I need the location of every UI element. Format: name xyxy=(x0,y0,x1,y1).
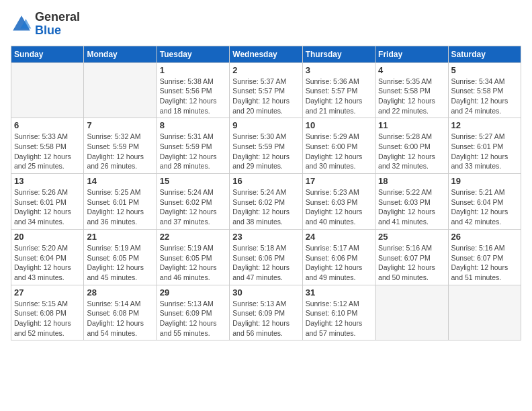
day-number: 25 xyxy=(378,232,445,242)
day-number: 24 xyxy=(306,232,372,242)
day-number: 10 xyxy=(306,120,372,130)
calendar-cell: 17Sunrise: 5:23 AMSunset: 6:03 PMDayligh… xyxy=(302,174,375,230)
day-number: 18 xyxy=(378,176,445,186)
day-info: Sunrise: 5:31 AMSunset: 5:59 PMDaylight:… xyxy=(160,132,226,171)
day-number: 13 xyxy=(14,176,81,186)
calendar-cell: 30Sunrise: 5:13 AMSunset: 6:09 PMDayligh… xyxy=(230,285,302,340)
day-number: 28 xyxy=(87,287,153,298)
calendar-cell: 21Sunrise: 5:19 AMSunset: 6:05 PMDayligh… xyxy=(84,229,157,285)
calendar-cell: 16Sunrise: 5:24 AMSunset: 6:02 PMDayligh… xyxy=(230,174,302,230)
calendar-cell: 11Sunrise: 5:28 AMSunset: 6:00 PMDayligh… xyxy=(375,118,448,174)
day-info: Sunrise: 5:19 AMSunset: 6:05 PMDaylight:… xyxy=(87,243,153,283)
day-info: Sunrise: 5:37 AMSunset: 5:57 PMDaylight:… xyxy=(232,77,299,116)
day-number: 1 xyxy=(160,65,226,75)
calendar-cell: 8Sunrise: 5:31 AMSunset: 5:59 PMDaylight… xyxy=(157,118,229,174)
day-number: 4 xyxy=(378,65,445,75)
day-info: Sunrise: 5:13 AMSunset: 6:09 PMDaylight:… xyxy=(160,299,226,338)
day-info: Sunrise: 5:32 AMSunset: 5:59 PMDaylight:… xyxy=(87,132,153,171)
calendar-cell: 13Sunrise: 5:26 AMSunset: 6:01 PMDayligh… xyxy=(11,174,84,230)
calendar-cell: 25Sunrise: 5:16 AMSunset: 6:07 PMDayligh… xyxy=(375,229,448,285)
day-info: Sunrise: 5:19 AMSunset: 6:05 PMDaylight:… xyxy=(160,243,226,283)
calendar-header-wednesday: Wednesday xyxy=(230,46,302,62)
day-info: Sunrise: 5:16 AMSunset: 6:07 PMDaylight:… xyxy=(451,243,518,283)
calendar-header-friday: Friday xyxy=(375,46,448,62)
day-number: 29 xyxy=(160,287,226,298)
day-info: Sunrise: 5:34 AMSunset: 5:58 PMDaylight:… xyxy=(451,77,518,116)
calendar-cell: 15Sunrise: 5:24 AMSunset: 6:02 PMDayligh… xyxy=(157,174,229,230)
day-number: 9 xyxy=(232,120,299,130)
day-info: Sunrise: 5:38 AMSunset: 5:56 PMDaylight:… xyxy=(160,77,226,116)
calendar-cell: 18Sunrise: 5:22 AMSunset: 6:03 PMDayligh… xyxy=(375,174,448,230)
day-number: 23 xyxy=(232,232,299,242)
day-info: Sunrise: 5:28 AMSunset: 6:00 PMDaylight:… xyxy=(378,132,445,171)
calendar-cell: 12Sunrise: 5:27 AMSunset: 6:01 PMDayligh… xyxy=(448,118,521,174)
day-info: Sunrise: 5:23 AMSunset: 6:03 PMDaylight:… xyxy=(306,187,372,227)
logo-blue: Blue xyxy=(35,24,61,37)
calendar-cell: 28Sunrise: 5:14 AMSunset: 6:08 PMDayligh… xyxy=(84,285,157,340)
day-info: Sunrise: 5:36 AMSunset: 5:57 PMDaylight:… xyxy=(306,77,372,116)
calendar-cell: 7Sunrise: 5:32 AMSunset: 5:59 PMDaylight… xyxy=(84,118,157,174)
calendar-cell: 27Sunrise: 5:15 AMSunset: 6:08 PMDayligh… xyxy=(11,285,84,340)
calendar-cell: 1Sunrise: 5:38 AMSunset: 5:56 PMDaylight… xyxy=(157,62,229,118)
day-info: Sunrise: 5:15 AMSunset: 6:08 PMDaylight:… xyxy=(14,299,81,338)
day-info: Sunrise: 5:29 AMSunset: 6:00 PMDaylight:… xyxy=(306,132,372,171)
day-number: 22 xyxy=(160,232,226,242)
calendar-cell: 23Sunrise: 5:18 AMSunset: 6:06 PMDayligh… xyxy=(230,229,302,285)
day-info: Sunrise: 5:26 AMSunset: 6:01 PMDaylight:… xyxy=(14,187,81,227)
day-info: Sunrise: 5:20 AMSunset: 6:04 PMDaylight:… xyxy=(14,243,81,283)
day-number: 31 xyxy=(306,287,372,298)
calendar-cell: 4Sunrise: 5:35 AMSunset: 5:58 PMDaylight… xyxy=(375,62,448,118)
day-number: 20 xyxy=(14,232,81,242)
calendar-cell xyxy=(84,62,157,118)
day-info: Sunrise: 5:14 AMSunset: 6:08 PMDaylight:… xyxy=(87,299,153,338)
day-number: 17 xyxy=(306,176,372,186)
calendar-cell: 2Sunrise: 5:37 AMSunset: 5:57 PMDaylight… xyxy=(230,62,302,118)
day-number: 19 xyxy=(451,176,518,186)
calendar-cell xyxy=(375,285,448,340)
calendar-header-saturday: Saturday xyxy=(448,46,521,62)
day-info: Sunrise: 5:18 AMSunset: 6:06 PMDaylight:… xyxy=(232,243,299,283)
day-number: 3 xyxy=(306,65,372,75)
day-info: Sunrise: 5:35 AMSunset: 5:58 PMDaylight:… xyxy=(378,77,445,116)
day-number: 7 xyxy=(87,120,153,130)
page-header: GeneralBlue xyxy=(11,11,521,38)
calendar-table: SundayMondayTuesdayWednesdayThursdayFrid… xyxy=(11,46,521,341)
calendar-header-sunday: Sunday xyxy=(11,46,84,62)
day-info: Sunrise: 5:12 AMSunset: 6:10 PMDaylight:… xyxy=(306,299,372,338)
calendar-cell: 6Sunrise: 5:33 AMSunset: 5:58 PMDaylight… xyxy=(11,118,84,174)
calendar-week-1: 1Sunrise: 5:38 AMSunset: 5:56 PMDaylight… xyxy=(11,62,521,118)
day-number: 21 xyxy=(87,232,153,242)
day-info: Sunrise: 5:30 AMSunset: 5:59 PMDaylight:… xyxy=(232,132,299,171)
calendar-cell: 20Sunrise: 5:20 AMSunset: 6:04 PMDayligh… xyxy=(11,229,84,285)
day-number: 8 xyxy=(160,120,226,130)
calendar-cell: 14Sunrise: 5:25 AMSunset: 6:01 PMDayligh… xyxy=(84,174,157,230)
calendar-cell: 31Sunrise: 5:12 AMSunset: 6:10 PMDayligh… xyxy=(302,285,375,340)
calendar-cell xyxy=(11,62,84,118)
day-info: Sunrise: 5:17 AMSunset: 6:06 PMDaylight:… xyxy=(306,243,372,283)
logo: GeneralBlue xyxy=(11,11,80,38)
day-info: Sunrise: 5:13 AMSunset: 6:09 PMDaylight:… xyxy=(232,299,299,338)
day-number: 6 xyxy=(14,120,81,130)
day-info: Sunrise: 5:24 AMSunset: 6:02 PMDaylight:… xyxy=(160,187,226,227)
calendar-cell: 19Sunrise: 5:21 AMSunset: 6:04 PMDayligh… xyxy=(448,174,521,230)
day-number: 12 xyxy=(451,120,518,130)
day-number: 26 xyxy=(451,232,518,242)
calendar-cell: 5Sunrise: 5:34 AMSunset: 5:58 PMDaylight… xyxy=(448,62,521,118)
calendar-header-row: SundayMondayTuesdayWednesdayThursdayFrid… xyxy=(11,46,521,62)
calendar-cell: 29Sunrise: 5:13 AMSunset: 6:09 PMDayligh… xyxy=(157,285,229,340)
day-info: Sunrise: 5:25 AMSunset: 6:01 PMDaylight:… xyxy=(87,187,153,227)
calendar-cell: 9Sunrise: 5:30 AMSunset: 5:59 PMDaylight… xyxy=(230,118,302,174)
calendar-week-4: 20Sunrise: 5:20 AMSunset: 6:04 PMDayligh… xyxy=(11,229,521,285)
day-info: Sunrise: 5:27 AMSunset: 6:01 PMDaylight:… xyxy=(451,132,518,171)
calendar-header-tuesday: Tuesday xyxy=(157,46,229,62)
day-number: 15 xyxy=(160,176,226,186)
calendar-cell: 24Sunrise: 5:17 AMSunset: 6:06 PMDayligh… xyxy=(302,229,375,285)
logo-text: GeneralBlue xyxy=(35,11,80,38)
calendar-week-3: 13Sunrise: 5:26 AMSunset: 6:01 PMDayligh… xyxy=(11,174,521,230)
calendar-header-thursday: Thursday xyxy=(302,46,375,62)
calendar-cell: 22Sunrise: 5:19 AMSunset: 6:05 PMDayligh… xyxy=(157,229,229,285)
calendar-week-2: 6Sunrise: 5:33 AMSunset: 5:58 PMDaylight… xyxy=(11,118,521,174)
day-number: 30 xyxy=(232,287,299,298)
day-number: 2 xyxy=(232,65,299,75)
calendar-cell: 10Sunrise: 5:29 AMSunset: 6:00 PMDayligh… xyxy=(302,118,375,174)
